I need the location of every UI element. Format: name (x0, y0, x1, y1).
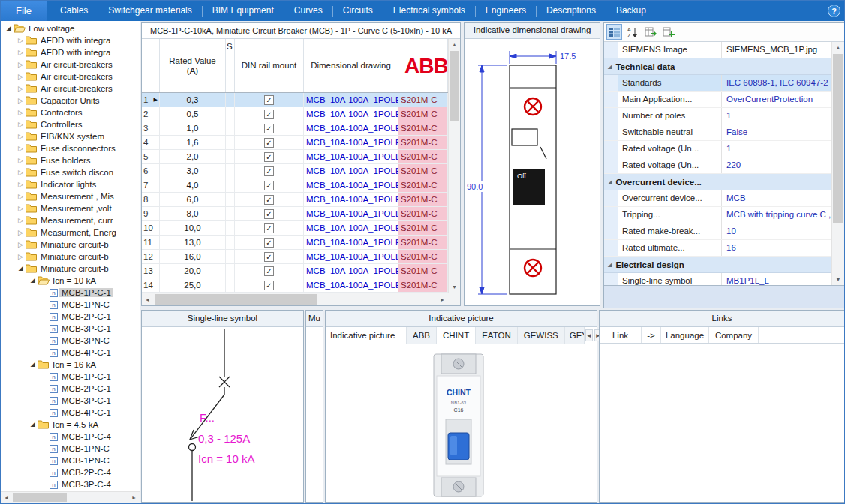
dimensional-drawing-link[interactable]: MCB_10A-100A_1POLE (304, 178, 398, 193)
property-row[interactable]: SIEMENS ImageSIEMENS_MCB_1P.jpg (604, 42, 831, 58)
din-rail-checkbox[interactable]: ✓ (264, 152, 274, 162)
menu-item-bim-equipment[interactable]: BIM Equipment (203, 1, 284, 21)
scroll-down-icon[interactable]: ▼ (449, 281, 460, 292)
property-row[interactable]: Rated ultimate...16 (604, 240, 831, 256)
expand-arrow-icon[interactable]: ▷ (16, 118, 26, 130)
dimensional-drawing-link[interactable]: MCB_10A-100A_1POLE (304, 193, 398, 207)
property-value[interactable]: 1 (722, 108, 831, 124)
column-header-brand[interactable]: ABB (398, 39, 448, 92)
property-row[interactable]: Main Application...OverCurrentProtection (604, 92, 831, 108)
din-rail-checkbox[interactable]: ✓ (264, 224, 274, 233)
tree-hscroll-thumb[interactable] (13, 493, 67, 502)
collapse-arrow-icon[interactable]: ◢ (28, 358, 38, 370)
property-row[interactable]: Number of poles1 (604, 108, 831, 124)
links-column-header-link[interactable]: Link (600, 327, 642, 343)
property-value[interactable]: 220 (722, 158, 831, 173)
manufacturer-tab-chint[interactable]: CHINT (437, 327, 476, 344)
menu-item-descriptions[interactable]: Descriptions (537, 1, 606, 21)
property-value[interactable]: SIEMENS_MCB_1P.jpg (722, 42, 831, 58)
menu-item-cables[interactable]: Cables (50, 1, 98, 21)
dimensional-drawing-link[interactable]: MCB_10A-100A_1POLE (304, 107, 398, 122)
column-header-din-rail[interactable]: DIN rail mount (235, 39, 304, 92)
tree-item-mcb-1p-c-1[interactable]: nMCB-1P-C-1 (1, 370, 140, 382)
property-group-row[interactable]: ◢Overcurrent device... (604, 174, 831, 190)
menu-item-electrical-symbols[interactable]: Electrical symbols (383, 1, 475, 21)
scroll-down-icon[interactable]: ▼ (832, 274, 844, 285)
expand-arrow-icon[interactable]: ▷ (16, 142, 26, 154)
property-value[interactable]: 1 (722, 141, 831, 157)
tree-item-fuse-disconnectors[interactable]: ▷Fuse disconnectors (1, 142, 140, 154)
tree-item-mcb-1pn-c[interactable]: nMCB-1PN-C (1, 298, 140, 310)
collapse-arrow-icon[interactable]: ◢ (4, 22, 14, 34)
tree-item-icn-16-ka[interactable]: ◢Icn = 16 kA (1, 358, 140, 370)
collapse-arrow-icon[interactable]: ◢ (16, 262, 26, 274)
tree-item-mcb-2p-c-1[interactable]: nMCB-2P-C-1 (1, 310, 140, 322)
property-value[interactable]: IEC 60898-1, IEC 60947-2 (722, 75, 831, 91)
table-row[interactable]: 1113,0✓MCB_10A-100A_1POLES201M-C (142, 236, 448, 250)
tree-item-miniature-circuit-b[interactable]: ▷Miniature circuit-b (1, 250, 140, 262)
catalog-vertical-scrollbar[interactable]: ▲ ▼ (448, 39, 460, 292)
din-rail-checkbox[interactable]: ✓ (264, 209, 274, 219)
tree-item-controllers[interactable]: ▷Controllers (1, 118, 140, 130)
tree-item-mcb-1pn-c[interactable]: nMCB-1PN-C (1, 454, 140, 466)
tree-item-air-circuit-breakers[interactable]: ▷Air circuit-breakers (1, 58, 140, 70)
tree-item-mcb-3pn-c[interactable]: nMCB-3PN-C (1, 334, 140, 346)
expand-arrow-icon[interactable]: ▷ (16, 178, 26, 190)
scroll-left-icon[interactable]: ◄ (142, 293, 153, 305)
add-item-button[interactable] (660, 24, 676, 40)
din-rail-checkbox[interactable]: ✓ (264, 195, 274, 205)
table-row[interactable]: 1320,0✓MCB_10A-100A_1POLES201M-C (142, 264, 448, 278)
expand-arrow-icon[interactable]: ▷ (16, 202, 26, 214)
menu-item-switchgear-materials[interactable]: Switchgear materials (98, 1, 201, 21)
property-value[interactable]: 10 (722, 224, 831, 239)
table-row[interactable]: 1216,0✓MCB_10A-100A_1POLES201M-C (142, 250, 448, 264)
din-rail-checkbox[interactable]: ✓ (264, 166, 274, 176)
expand-arrow-icon[interactable]: ▷ (16, 46, 26, 58)
tree-item-miniature-circuit-b[interactable]: ▷Miniature circuit-b (1, 238, 140, 250)
property-group-row[interactable]: ◢Electrical design (604, 256, 831, 273)
tree-item-measurement-curr[interactable]: ▷Measurement, curr (1, 214, 140, 226)
property-row[interactable]: Switchable neutralFalse (604, 124, 831, 141)
tree-item-miniature-circuit-b[interactable]: ◢Miniature circuit-b (1, 262, 140, 274)
tree-item-air-circuit-breakers[interactable]: ▷Air circuit-breakers (1, 82, 140, 94)
dimensional-drawing-link[interactable]: MCB_10A-100A_1POLE (304, 93, 398, 107)
collapse-arrow-icon[interactable]: ◢ (28, 418, 38, 430)
scroll-up-icon[interactable]: ▲ (449, 39, 460, 50)
table-row[interactable]: 98,0✓MCB_10A-100A_1POLES201M-C (142, 207, 448, 221)
property-group-row[interactable]: ◢Technical data (604, 58, 831, 75)
tree-item-mcb-3p-c-1[interactable]: nMCB-3P-C-1 (1, 394, 140, 406)
din-rail-checkbox[interactable]: ✓ (264, 138, 274, 148)
expand-arrow-icon[interactable]: ▷ (16, 166, 26, 178)
dimensional-drawing-link[interactable]: MCB_10A-100A_1POLE (304, 278, 398, 292)
scroll-up-icon[interactable]: ▲ (832, 42, 844, 53)
din-rail-checkbox[interactable]: ✓ (264, 280, 274, 290)
tree-item-mcb-4p-c-1[interactable]: nMCB-4P-C-1 (1, 406, 140, 418)
property-value[interactable]: MCB with tripping curve C ,... (722, 207, 831, 223)
tree-item-low-voltage[interactable]: ◢Low voltage (1, 22, 140, 34)
tree-item-mcb-2p-c-4[interactable]: nMCB-2P-C-4 (1, 466, 140, 478)
table-row[interactable]: 1010,0✓MCB_10A-100A_1POLES201M-C (142, 221, 448, 236)
manufacturer-tab-eaton[interactable]: EATON (476, 327, 518, 344)
scroll-left-icon[interactable]: ◄ (1, 492, 12, 503)
expand-arrow-icon[interactable]: ▷ (16, 250, 26, 262)
din-rail-checkbox[interactable]: ✓ (264, 95, 274, 105)
din-rail-checkbox[interactable]: ✓ (264, 110, 274, 119)
export-table-button[interactable] (642, 24, 658, 40)
property-row[interactable]: Rated make-break...10 (604, 224, 831, 240)
file-menu-button[interactable]: File (1, 1, 47, 21)
menu-item-engineers[interactable]: Engineers (476, 1, 536, 21)
property-row[interactable]: Rated voltage (Un...1 (604, 141, 831, 158)
scroll-right-icon[interactable]: ► (437, 293, 448, 305)
property-value[interactable]: MCB (722, 190, 831, 206)
tree-item-mcb-1p-c-1[interactable]: nMCB-1P-C-1 (1, 286, 140, 298)
din-rail-checkbox[interactable]: ✓ (264, 181, 274, 190)
properties-vertical-scrollbar[interactable]: ▲ ▼ (831, 42, 844, 285)
menu-item-curves[interactable]: Curves (284, 1, 332, 21)
categorized-view-button[interactable] (606, 24, 622, 40)
property-value[interactable]: 16 (722, 240, 831, 256)
table-row[interactable]: 86,0✓MCB_10A-100A_1POLES201M-C (142, 193, 448, 207)
expand-arrow-icon[interactable]: ▷ (16, 106, 26, 118)
expand-arrow-icon[interactable]: ▷ (16, 94, 26, 106)
din-rail-checkbox[interactable]: ✓ (264, 252, 274, 262)
tree-item-fuse-holders[interactable]: ▷Fuse holders (1, 154, 140, 166)
